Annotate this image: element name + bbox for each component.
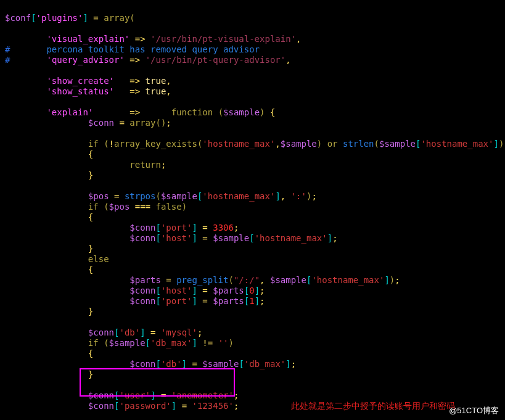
line: {	[5, 348, 93, 358]
line: {	[5, 149, 93, 159]
line: $conn['port'] = 3306;	[5, 223, 239, 233]
line: }	[5, 170, 93, 180]
line: }	[5, 307, 93, 316]
code-block: $conf['plugins'] = array( 'visual_explai…	[0, 0, 505, 420]
line: $conn['host'] = $sample['hostname_max'];	[5, 233, 338, 243]
line: 'show_create' => true,	[5, 76, 171, 86]
line: $conn['user'] = 'anemometer';	[5, 390, 239, 400]
line: 'show_status' => true,	[5, 86, 171, 96]
line: return;	[5, 160, 166, 170]
line: # 'query_advisor' => '/usr/bin/pt-query-…	[5, 55, 291, 65]
line: }	[5, 244, 93, 253]
line: {	[5, 212, 93, 222]
line: $conn['host'] = $parts[0];	[5, 286, 265, 295]
line: # percona toolkit has removed query advi…	[5, 44, 260, 54]
line: $conn = array();	[5, 118, 171, 128]
line: if (!array_key_exists('hostname_max',$sa…	[5, 139, 505, 149]
line: 'explain' => function ($sample) {	[5, 107, 275, 117]
line: $pos = strpos($sample['hostname_max'], '…	[5, 191, 317, 201]
line: $conf['plugins'] = array(	[5, 13, 135, 23]
line: $conn['db'] = $sample['db_max'];	[5, 359, 296, 369]
line: if ($pos === false)	[5, 202, 187, 212]
line: $conn['port'] = $parts[1];	[5, 296, 265, 306]
annotation-text: 此处就是第二步中授予的读账号用户和密码	[291, 401, 455, 411]
line: }	[5, 369, 93, 379]
watermark: @51CTO博客	[449, 405, 499, 416]
line: $parts = preg_split("/:/", $sample['host…	[5, 275, 400, 285]
line: if ($sample['db_max'] != '')	[5, 338, 234, 348]
line: else	[5, 254, 109, 264]
line: $conn['password'] = '123456'; 此处就是第二步中授予…	[5, 401, 455, 411]
line: 'visual_explain' => '/usr/bin/pt-visual-…	[5, 34, 301, 44]
line: $conn['db'] = 'mysql';	[5, 327, 202, 337]
line: {	[5, 265, 93, 274]
